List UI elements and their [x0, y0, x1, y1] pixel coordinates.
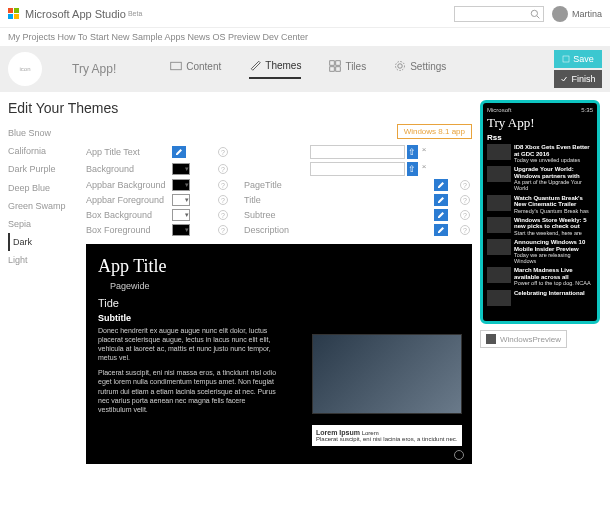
theme-item-light[interactable]: Light: [8, 251, 76, 269]
prop-label: Box Background: [86, 210, 166, 220]
color-swatch[interactable]: [172, 194, 190, 206]
prop-label: Subtree: [244, 210, 304, 220]
upload-input[interactable]: [310, 162, 405, 176]
help-icon[interactable]: ?: [218, 180, 228, 190]
help-icon[interactable]: ?: [218, 210, 228, 220]
phone-thumb: [487, 239, 511, 255]
preview-footer-icon: [454, 450, 464, 460]
nav-sample-apps[interactable]: New Sample Apps: [111, 32, 185, 42]
windows-badge[interactable]: Windows 8.1 app: [397, 124, 472, 139]
phone-feed-item[interactable]: ID8 Xbox Gets Even Better at GDC 2016Tod…: [487, 144, 593, 163]
phone-feed-item[interactable]: Announcing Windows 10 Mobile Insider Pre…: [487, 239, 593, 264]
content-icon: [170, 60, 182, 72]
prop-label: Box Foreground: [86, 225, 166, 235]
finish-button[interactable]: Finish: [554, 70, 602, 88]
save-button[interactable]: Save: [554, 50, 602, 68]
svg-rect-9: [563, 56, 569, 62]
prop-label: Title: [244, 195, 304, 205]
help-icon[interactable]: ?: [460, 225, 470, 235]
tab-settings[interactable]: Settings: [394, 59, 446, 79]
help-icon[interactable]: ?: [218, 195, 228, 205]
phone-carrier: Microsoft: [487, 107, 511, 113]
phone-app-title: Try App!: [487, 115, 593, 131]
clear-button[interactable]: ×: [420, 145, 428, 159]
edit-button[interactable]: [172, 146, 186, 158]
username-label: Martina: [572, 9, 602, 19]
phone-section: Rss: [487, 133, 593, 142]
breadcrumb: My Projects How To Start New Sample Apps…: [0, 28, 610, 46]
nav-news[interactable]: News: [187, 32, 210, 42]
windows-preview-button[interactable]: WindowsPreview: [480, 330, 567, 348]
phone-thumb: [487, 144, 511, 160]
svg-point-0: [531, 10, 537, 16]
theme-item-dark[interactable]: Dark: [8, 233, 76, 251]
gear-icon: [394, 60, 406, 72]
edit-button[interactable]: [434, 224, 448, 236]
phone-feed-item[interactable]: March Madness Live available across allP…: [487, 267, 593, 286]
edit-button[interactable]: [434, 179, 448, 191]
upload-input[interactable]: [310, 145, 405, 159]
tab-tiles[interactable]: Tiles: [329, 59, 366, 79]
color-swatch[interactable]: [172, 163, 190, 175]
clear-button[interactable]: ×: [420, 162, 428, 176]
preview-app-title: App Title: [98, 256, 460, 277]
prop-label: Background: [86, 164, 166, 174]
nav-my-projects[interactable]: My Projects: [8, 32, 55, 42]
check-icon: [560, 75, 568, 83]
prop-label: Appbar Background: [86, 180, 166, 190]
upload-button[interactable]: ⇧: [407, 162, 418, 176]
avatar[interactable]: [552, 6, 568, 22]
theme-item-dark-purple[interactable]: Dark Purple: [8, 160, 76, 178]
svg-rect-6: [336, 67, 341, 72]
help-icon[interactable]: ?: [218, 225, 228, 235]
nav-how-to[interactable]: How To Start: [58, 32, 109, 42]
page-title: Edit Your Themes: [8, 100, 472, 116]
phone-feed-item[interactable]: Watch Quantum Break's New Cinematic Trai…: [487, 195, 593, 214]
preview-subtitle: Subtitle: [98, 313, 460, 323]
theme-list: Blue SnowCaliforniaDark PurpleDeep BlueG…: [8, 124, 76, 270]
prop-label: Description: [244, 225, 304, 235]
edit-button[interactable]: [434, 209, 448, 221]
theme-item-deep-blue[interactable]: Deep Blue: [8, 179, 76, 197]
tab-themes[interactable]: Themes: [249, 59, 301, 79]
windows-icon: [486, 334, 496, 344]
microsoft-logo-icon: [8, 8, 19, 19]
search-input[interactable]: [454, 6, 544, 22]
color-swatch[interactable]: [172, 224, 190, 236]
color-swatch[interactable]: [172, 179, 190, 191]
help-icon[interactable]: ?: [218, 164, 228, 174]
help-icon[interactable]: ?: [460, 195, 470, 205]
color-swatch[interactable]: [172, 209, 190, 221]
phone-feed-item[interactable]: Windows Store Weekly: 5 new picks to che…: [487, 217, 593, 236]
prop-label: PageTitle: [244, 180, 304, 190]
themes-icon: [249, 59, 261, 71]
app-chip-icon: icon: [8, 52, 42, 86]
tiles-icon: [329, 60, 341, 72]
nav-dev-center[interactable]: Dev Center: [263, 32, 309, 42]
nav-os-preview[interactable]: OS Preview: [213, 32, 261, 42]
phone-thumb: [487, 290, 511, 306]
edit-button[interactable]: [434, 194, 448, 206]
svg-line-1: [537, 15, 540, 18]
save-icon: [562, 55, 570, 63]
theme-preview: App Title Pagewide Tide Subtitle Donec h…: [86, 244, 472, 464]
svg-rect-2: [171, 62, 182, 70]
help-icon[interactable]: ?: [460, 210, 470, 220]
prop-label: Appbar Foreground: [86, 195, 166, 205]
upload-button[interactable]: ⇧: [407, 145, 418, 159]
phone-preview: Microsoft 5:35 Try App! Rss ID8 Xbox Get…: [480, 100, 600, 324]
svg-rect-5: [330, 67, 335, 72]
theme-item-blue-snow[interactable]: Blue Snow: [8, 124, 76, 142]
help-icon[interactable]: ?: [218, 147, 228, 157]
preview-body1: Donec hendrerit ex augue augue nunc elit…: [98, 326, 278, 362]
app-name-label: Try App!: [72, 62, 116, 76]
phone-feed-item[interactable]: Celebrating International: [487, 290, 593, 306]
tab-content[interactable]: Content: [170, 59, 221, 79]
theme-item-green-swamp[interactable]: Green Swamp: [8, 197, 76, 215]
preview-body2: Placerat suscipit, eni nisi massa eros, …: [98, 368, 278, 413]
help-icon[interactable]: ?: [460, 180, 470, 190]
theme-item-california[interactable]: California: [8, 142, 76, 160]
phone-feed-item[interactable]: Upgrade Your World: Windows partners wit…: [487, 166, 593, 191]
theme-item-sepia[interactable]: Sepia: [8, 215, 76, 233]
prop-label: App Title Text: [86, 147, 166, 157]
